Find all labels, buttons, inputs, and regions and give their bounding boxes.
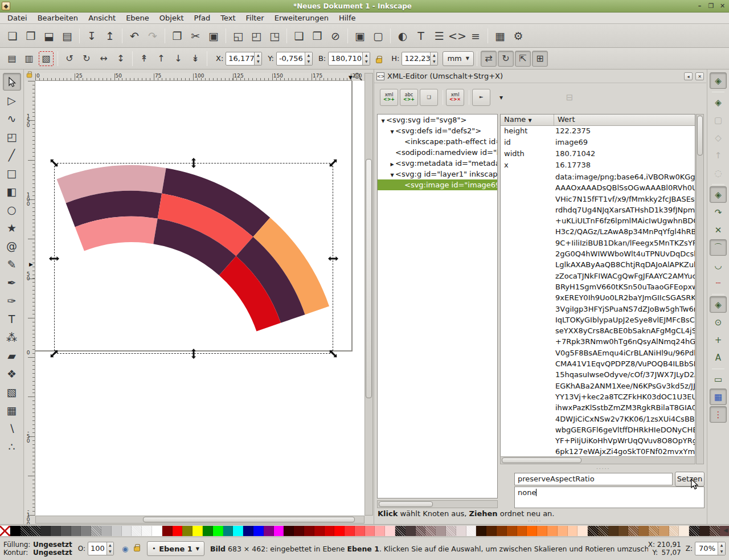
xml-tree-node[interactable]: <svg:image id="image69"> <box>378 179 497 190</box>
palette-swatch-60[interactable] <box>608 526 619 536</box>
panel-bottom-grip[interactable]: ····· <box>528 518 542 524</box>
palette-swatch-52[interactable] <box>527 526 537 536</box>
scale-handle-se[interactable] <box>327 348 339 359</box>
xml-node-tree[interactable]: ▼<svg:svg id="svg8">▼<svg:defs id="defs2… <box>377 114 498 498</box>
palette-swatch-32[interactable] <box>325 526 335 536</box>
palette-swatch-69[interactable] <box>699 526 710 536</box>
xml-editor-titlebar[interactable]: <> XML-Editor (Umschalt+Strg+X) ◂ ✕ <box>374 70 706 83</box>
palette-swatch-12[interactable] <box>122 526 132 536</box>
open-document-button[interactable]: ❒ <box>22 27 39 44</box>
menu-ebene[interactable]: Ebene <box>121 13 154 23</box>
palette-swatch-9[interactable] <box>91 526 101 536</box>
restore-button[interactable]: ❐ <box>706 2 716 10</box>
palette-swatch-3[interactable] <box>30 526 40 536</box>
save-document-button[interactable]: ⬓ <box>40 27 58 44</box>
scale-handle-w[interactable] <box>48 253 60 264</box>
attribute-row[interactable]: height122.2375 <box>501 126 695 137</box>
panel-close-button[interactable]: ✕ <box>695 72 704 80</box>
x-field-spinner[interactable]: ▲▼ <box>254 52 261 65</box>
ellipse-tool[interactable]: ○ <box>3 201 21 218</box>
rectangle-tool[interactable]: □ <box>3 164 21 182</box>
palette-swatch-39[interactable] <box>395 526 406 536</box>
palette-swatch-15[interactable] <box>152 526 162 536</box>
attr-value-header[interactable]: Wert <box>554 115 695 125</box>
box3d-tool[interactable]: ◧ <box>3 182 21 200</box>
xml-tree-node[interactable]: <sodipodi:namedview id="base <box>378 147 497 158</box>
palette-swatch-20[interactable] <box>203 526 213 536</box>
title-bar[interactable]: ◆ *Neues Dokument 1 - Inkscape – ❐ ✕ <box>0 0 729 13</box>
palette-swatch-63[interactable] <box>638 526 649 536</box>
duplicate-node-button[interactable]: ❑ <box>420 89 438 106</box>
snap-guides-button[interactable]: ⋮ <box>710 406 727 423</box>
canvas-horizontal-scrollbar[interactable] <box>35 516 364 524</box>
cut-button[interactable]: ✂ <box>187 27 204 44</box>
attribute-vertical-scrollbar[interactable] <box>696 114 704 464</box>
xml-editor-dialog-button[interactable]: <> <box>449 27 466 44</box>
palette-swatch-27[interactable] <box>274 526 284 536</box>
tree-expander-icon[interactable]: ▼ <box>380 116 386 125</box>
lock-ratio-icon[interactable] <box>376 58 382 63</box>
tree-hscroll-thumb[interactable] <box>379 501 433 507</box>
palette-swatch-4[interactable] <box>40 526 51 536</box>
palette-swatch-66[interactable] <box>669 526 679 536</box>
palette-swatch-29[interactable] <box>294 526 304 536</box>
snap-paths-button[interactable]: ↷ <box>710 204 727 220</box>
menu-objekt[interactable]: Objekt <box>154 13 189 23</box>
new-document-button[interactable]: ❏ <box>4 27 21 44</box>
palette-swatch-28[interactable] <box>284 526 294 536</box>
menu-datei[interactable]: Datei <box>2 13 32 23</box>
zoom-spinner[interactable]: ▲▼ <box>718 542 725 555</box>
select-all-layers-button[interactable]: ▥ <box>21 51 37 67</box>
palette-swatch-21[interactable] <box>213 526 223 536</box>
palette-swatch-36[interactable] <box>365 526 375 536</box>
palette-swatch-61[interactable] <box>619 526 629 536</box>
panel-undock-button[interactable]: ◂ <box>684 72 693 80</box>
export-button[interactable]: ↥ <box>101 27 118 44</box>
menu-text[interactable]: Text <box>215 13 240 23</box>
duplicate-button[interactable]: ❑ <box>290 27 308 44</box>
import-button[interactable]: ↧ <box>83 27 100 44</box>
opacity-spinner[interactable]: ▲▼ <box>107 542 113 555</box>
attribute-value-textarea[interactable]: none <box>514 487 705 508</box>
rotate-ccw-button[interactable]: ↺ <box>62 51 77 67</box>
palette-swatch-11[interactable] <box>112 526 122 536</box>
y-field-spinner[interactable]: ▲▼ <box>305 52 312 65</box>
palette-swatch-56[interactable] <box>568 526 578 536</box>
attribute-row[interactable]: x16.17738 <box>501 160 695 171</box>
menu-erweiterungen[interactable]: Erweiterungen <box>269 13 334 23</box>
palette-swatch-48[interactable] <box>486 526 497 536</box>
snap-object-centers-button[interactable]: ⊙ <box>710 314 727 330</box>
scale-handle-s[interactable] <box>188 348 199 359</box>
palette-swatch-25[interactable] <box>253 526 264 536</box>
opacity-spinbox[interactable]: 100▲▼ <box>88 542 114 555</box>
attribute-table[interactable]: Name ▼ Wert height122.2375idimage69width… <box>500 114 695 464</box>
scale-handle-n[interactable] <box>188 157 199 169</box>
undo-button[interactable]: ↶ <box>126 27 143 44</box>
y-field[interactable]: -0,756▲▼ <box>276 52 313 66</box>
x-field[interactable]: 16,177▲▼ <box>226 52 262 66</box>
attribute-row[interactable]: width180.71042 <box>501 149 695 160</box>
palette-swatch-47[interactable] <box>476 526 486 536</box>
xml-tree-node[interactable]: <inkscape:path-effect id="pa <box>378 136 497 147</box>
h-field[interactable]: 122,238▲▼ <box>402 52 438 66</box>
scale-corners-toggle-button[interactable]: ↻ <box>498 51 514 67</box>
calligraphy-tool[interactable]: ✑ <box>3 292 21 309</box>
palette-swatch-51[interactable] <box>517 526 527 536</box>
palette-scroll-arrow[interactable]: ◀ <box>723 527 728 533</box>
palette-swatch-45[interactable] <box>456 526 466 536</box>
flip-vertical-button[interactable]: ↕ <box>113 51 129 67</box>
stroke-value[interactable]: Ungesetzt <box>33 549 72 557</box>
attr-hscroll-thumb[interactable] <box>502 457 581 463</box>
palette-swatch-2[interactable] <box>21 526 31 536</box>
menu-bearbeiten[interactable]: Bearbeiten <box>32 13 83 23</box>
palette-swatch-10[interactable] <box>101 526 112 536</box>
palette-swatch-17[interactable] <box>173 526 183 536</box>
palette-swatch-8[interactable] <box>81 526 91 536</box>
palette-swatch-23[interactable] <box>233 526 243 536</box>
align-dialog-button[interactable]: ≡ <box>467 27 484 44</box>
palette-swatch-68[interactable] <box>689 526 699 536</box>
select-all-button[interactable]: ▤ <box>4 51 20 67</box>
menu-hilfe[interactable]: Hilfe <box>334 13 361 23</box>
attribute-horizontal-scrollbar[interactable] <box>500 456 695 464</box>
xml-tree-node[interactable]: ▼<svg:svg id="svg8"> <box>378 115 497 125</box>
